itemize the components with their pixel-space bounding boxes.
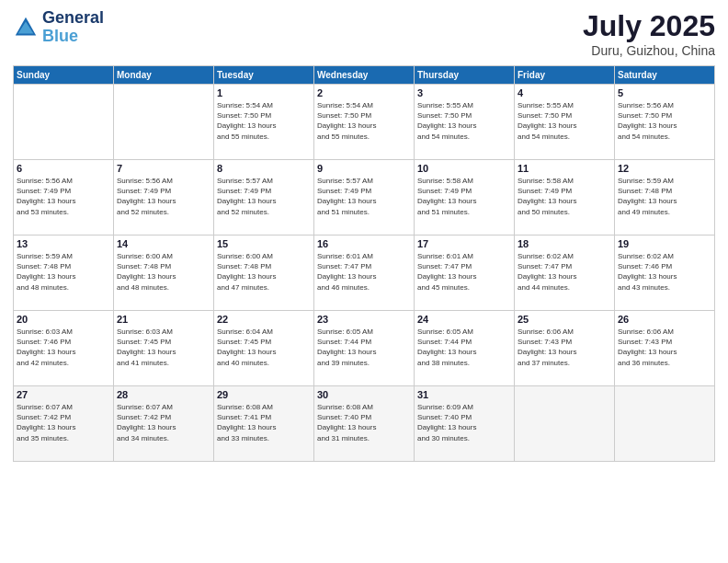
day-detail: Sunrise: 6:03 AM Sunset: 7:46 PM Dayligh…: [17, 327, 110, 368]
day-number: 16: [317, 238, 411, 249]
day-detail: Sunrise: 6:02 AM Sunset: 7:47 PM Dayligh…: [518, 251, 611, 293]
day-number: 8: [217, 163, 311, 174]
calendar-week-row: 20Sunrise: 6:03 AM Sunset: 7:46 PM Dayli…: [14, 311, 715, 386]
table-row: 15Sunrise: 6:00 AM Sunset: 7:48 PM Dayli…: [214, 236, 314, 311]
logo-icon: [13, 15, 39, 40]
day-detail: Sunrise: 6:05 AM Sunset: 7:44 PM Dayligh…: [417, 327, 511, 368]
day-detail: Sunrise: 6:07 AM Sunset: 7:42 PM Dayligh…: [17, 402, 110, 443]
day-detail: Sunrise: 5:54 AM Sunset: 7:50 PM Dayligh…: [217, 100, 311, 142]
table-row: [14, 85, 114, 160]
calendar-week-row: 6Sunrise: 5:56 AM Sunset: 7:49 PM Daylig…: [14, 160, 715, 236]
day-detail: Sunrise: 5:59 AM Sunset: 7:48 PM Dayligh…: [618, 176, 711, 217]
table-row: 12Sunrise: 5:59 AM Sunset: 7:48 PM Dayli…: [615, 160, 715, 236]
calendar-header-row: Sunday Monday Tuesday Wednesday Thursday…: [14, 66, 715, 85]
logo: General Blue: [13, 9, 104, 46]
col-tuesday: Tuesday: [214, 66, 314, 85]
day-number: 15: [217, 238, 311, 249]
table-row: 9Sunrise: 5:57 AM Sunset: 7:49 PM Daylig…: [314, 160, 415, 236]
table-row: 13Sunrise: 5:59 AM Sunset: 7:48 PM Dayli…: [14, 236, 114, 311]
table-row: 29Sunrise: 6:08 AM Sunset: 7:41 PM Dayli…: [214, 386, 314, 462]
day-detail: Sunrise: 6:01 AM Sunset: 7:47 PM Dayligh…: [317, 251, 411, 293]
table-row: 20Sunrise: 6:03 AM Sunset: 7:46 PM Dayli…: [14, 311, 114, 386]
calendar-week-row: 13Sunrise: 5:59 AM Sunset: 7:48 PM Dayli…: [14, 236, 715, 311]
day-number: 11: [518, 163, 611, 174]
calendar-week-row: 27Sunrise: 6:07 AM Sunset: 7:42 PM Dayli…: [14, 386, 715, 462]
table-row: 24Sunrise: 6:05 AM Sunset: 7:44 PM Dayli…: [415, 311, 515, 386]
day-detail: Sunrise: 5:55 AM Sunset: 7:50 PM Dayligh…: [518, 100, 611, 142]
day-number: 29: [217, 389, 311, 400]
day-detail: Sunrise: 6:00 AM Sunset: 7:48 PM Dayligh…: [217, 251, 311, 293]
day-detail: Sunrise: 6:08 AM Sunset: 7:40 PM Dayligh…: [317, 402, 411, 443]
day-number: 27: [17, 389, 110, 400]
table-row: 5Sunrise: 5:56 AM Sunset: 7:50 PM Daylig…: [615, 85, 715, 160]
table-row: 21Sunrise: 6:03 AM Sunset: 7:45 PM Dayli…: [114, 311, 214, 386]
day-number: 28: [117, 389, 210, 400]
day-detail: Sunrise: 6:01 AM Sunset: 7:47 PM Dayligh…: [417, 251, 511, 293]
table-row: 30Sunrise: 6:08 AM Sunset: 7:40 PM Dayli…: [314, 386, 415, 462]
table-row: [114, 85, 214, 160]
table-row: 26Sunrise: 6:06 AM Sunset: 7:43 PM Dayli…: [615, 311, 715, 386]
day-detail: Sunrise: 6:06 AM Sunset: 7:43 PM Dayligh…: [518, 327, 611, 368]
day-number: 1: [217, 87, 311, 98]
day-detail: Sunrise: 6:09 AM Sunset: 7:40 PM Dayligh…: [417, 402, 511, 443]
col-monday: Monday: [114, 66, 214, 85]
table-row: 4Sunrise: 5:55 AM Sunset: 7:50 PM Daylig…: [515, 85, 615, 160]
location: Duru, Guizhou, China: [583, 43, 715, 58]
day-number: 10: [417, 163, 511, 174]
table-row: 11Sunrise: 5:58 AM Sunset: 7:49 PM Dayli…: [515, 160, 615, 236]
day-number: 22: [217, 314, 311, 325]
header: General Blue July 2025 Duru, Guizhou, Ch…: [13, 9, 715, 58]
day-detail: Sunrise: 5:54 AM Sunset: 7:50 PM Dayligh…: [317, 100, 411, 142]
day-detail: Sunrise: 5:57 AM Sunset: 7:49 PM Dayligh…: [217, 176, 311, 217]
logo-text: General Blue: [42, 9, 104, 46]
table-row: 2Sunrise: 5:54 AM Sunset: 7:50 PM Daylig…: [314, 85, 415, 160]
day-detail: Sunrise: 5:58 AM Sunset: 7:49 PM Dayligh…: [518, 176, 611, 217]
day-detail: Sunrise: 5:56 AM Sunset: 7:49 PM Dayligh…: [117, 176, 210, 217]
table-row: 14Sunrise: 6:00 AM Sunset: 7:48 PM Dayli…: [114, 236, 214, 311]
table-row: 10Sunrise: 5:58 AM Sunset: 7:49 PM Dayli…: [415, 160, 515, 236]
day-number: 3: [417, 87, 511, 98]
table-row: 19Sunrise: 6:02 AM Sunset: 7:46 PM Dayli…: [615, 236, 715, 311]
table-row: 25Sunrise: 6:06 AM Sunset: 7:43 PM Dayli…: [515, 311, 615, 386]
day-number: 6: [17, 163, 110, 174]
day-detail: Sunrise: 6:00 AM Sunset: 7:48 PM Dayligh…: [117, 251, 210, 293]
table-row: 27Sunrise: 6:07 AM Sunset: 7:42 PM Dayli…: [14, 386, 114, 462]
table-row: 1Sunrise: 5:54 AM Sunset: 7:50 PM Daylig…: [214, 85, 314, 160]
day-number: 13: [17, 238, 110, 249]
day-number: 12: [618, 163, 711, 174]
col-wednesday: Wednesday: [314, 66, 415, 85]
table-row: 7Sunrise: 5:56 AM Sunset: 7:49 PM Daylig…: [114, 160, 214, 236]
day-number: 30: [317, 389, 411, 400]
day-number: 9: [317, 163, 411, 174]
day-number: 18: [518, 238, 611, 249]
table-row: 28Sunrise: 6:07 AM Sunset: 7:42 PM Dayli…: [114, 386, 214, 462]
day-detail: Sunrise: 5:59 AM Sunset: 7:48 PM Dayligh…: [17, 251, 110, 293]
calendar: Sunday Monday Tuesday Wednesday Thursday…: [13, 65, 715, 462]
day-number: 7: [117, 163, 210, 174]
table-row: 6Sunrise: 5:56 AM Sunset: 7:49 PM Daylig…: [14, 160, 114, 236]
day-number: 17: [417, 238, 511, 249]
day-detail: Sunrise: 5:56 AM Sunset: 7:49 PM Dayligh…: [17, 176, 110, 217]
col-thursday: Thursday: [415, 66, 515, 85]
table-row: 3Sunrise: 5:55 AM Sunset: 7:50 PM Daylig…: [415, 85, 515, 160]
calendar-week-row: 1Sunrise: 5:54 AM Sunset: 7:50 PM Daylig…: [14, 85, 715, 160]
table-row: [515, 386, 615, 462]
col-friday: Friday: [515, 66, 615, 85]
day-detail: Sunrise: 6:05 AM Sunset: 7:44 PM Dayligh…: [317, 327, 411, 368]
day-number: 31: [417, 389, 511, 400]
day-detail: Sunrise: 5:56 AM Sunset: 7:50 PM Dayligh…: [618, 100, 711, 142]
day-number: 19: [618, 238, 711, 249]
day-number: 4: [518, 87, 611, 98]
day-number: 14: [117, 238, 210, 249]
table-row: 17Sunrise: 6:01 AM Sunset: 7:47 PM Dayli…: [415, 236, 515, 311]
day-number: 23: [317, 314, 411, 325]
day-detail: Sunrise: 6:06 AM Sunset: 7:43 PM Dayligh…: [618, 327, 711, 368]
day-detail: Sunrise: 6:03 AM Sunset: 7:45 PM Dayligh…: [117, 327, 210, 368]
table-row: 8Sunrise: 5:57 AM Sunset: 7:49 PM Daylig…: [214, 160, 314, 236]
table-row: 31Sunrise: 6:09 AM Sunset: 7:40 PM Dayli…: [415, 386, 515, 462]
col-saturday: Saturday: [615, 66, 715, 85]
day-detail: Sunrise: 6:08 AM Sunset: 7:41 PM Dayligh…: [217, 402, 311, 443]
table-row: 16Sunrise: 6:01 AM Sunset: 7:47 PM Dayli…: [314, 236, 415, 311]
day-number: 5: [618, 87, 711, 98]
table-row: 22Sunrise: 6:04 AM Sunset: 7:45 PM Dayli…: [214, 311, 314, 386]
